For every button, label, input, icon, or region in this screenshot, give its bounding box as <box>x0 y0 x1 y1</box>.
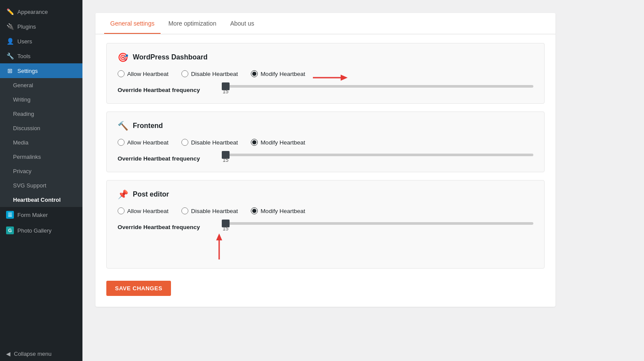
settings-panel: General settings More optimization About… <box>95 13 555 307</box>
radio-modify-dashboard[interactable]: Modify Heartbeat <box>251 70 305 77</box>
submenu-discussion[interactable]: Discussion <box>0 121 82 135</box>
radio-allow-dashboard[interactable]: Allow Heartbeat <box>118 70 168 77</box>
section-frontend: 🔨 Frontend Allow Heartbeat Disable Heart… <box>106 112 545 172</box>
tab-about-us[interactable]: About us <box>224 13 260 34</box>
radio-input-disable-dashboard[interactable] <box>181 70 188 77</box>
panel-body: 🎯 WordPress Dashboard Allow Heartbeat Di… <box>95 34 555 307</box>
photo-gallery-icon: G <box>6 226 14 234</box>
freq-row-dashboard: Override Heartbeat frequency 15 <box>118 85 533 95</box>
main-content: General settings More optimization About… <box>82 0 644 361</box>
sidebar: ✏️ Appearance 🔌 Plugins 👤 Users 🔧 Tools … <box>0 0 82 361</box>
tab-general-settings[interactable]: General settings <box>104 13 161 34</box>
dashboard-icon: 🎯 <box>118 52 128 62</box>
sidebar-item-users[interactable]: 👤 Users <box>0 34 82 49</box>
appearance-icon: ✏️ <box>6 8 14 15</box>
form-maker-icon: ☰ <box>6 211 14 219</box>
freq-slider-dashboard[interactable] <box>222 85 533 88</box>
sidebar-item-tools[interactable]: 🔧 Tools <box>0 49 82 63</box>
svg-marker-1 <box>341 75 348 81</box>
arrow-up-annotation-post-editor <box>118 233 533 259</box>
section-title-dashboard: 🎯 WordPress Dashboard <box>118 52 533 62</box>
radio-input-disable-frontend[interactable] <box>181 139 188 146</box>
radio-allow-frontend[interactable]: Allow Heartbeat <box>118 139 168 146</box>
radio-input-allow-frontend[interactable] <box>118 139 125 146</box>
save-changes-button[interactable]: SAVE CHANGES <box>106 281 171 296</box>
radio-input-allow-dashboard[interactable] <box>118 70 125 77</box>
submenu-writing[interactable]: Writing <box>0 92 82 107</box>
submenu-heartbeat-control[interactable]: Heartbeat Control <box>0 193 82 207</box>
section-wordpress-dashboard: 🎯 WordPress Dashboard Allow Heartbeat Di… <box>106 43 545 104</box>
submenu-svg-support[interactable]: SVG Support <box>0 178 82 193</box>
radio-group-frontend: Allow Heartbeat Disable Heartbeat Modify… <box>118 139 533 146</box>
freq-slider-wrap-post-editor: 15 <box>222 222 533 232</box>
radio-input-modify-post-editor[interactable] <box>251 207 258 214</box>
radio-modify-frontend[interactable]: Modify Heartbeat <box>251 139 305 146</box>
freq-slider-frontend[interactable] <box>222 154 533 156</box>
sidebar-item-plugins[interactable]: 🔌 Plugins <box>0 19 82 34</box>
radio-input-disable-post-editor[interactable] <box>181 207 188 214</box>
plugins-icon: 🔌 <box>6 23 14 30</box>
sidebar-photo-gallery[interactable]: G Photo Gallery <box>0 223 82 238</box>
tools-icon: 🔧 <box>6 53 14 59</box>
tabs-container: General settings More optimization About… <box>95 13 555 34</box>
submenu-privacy[interactable]: Privacy <box>0 164 82 178</box>
radio-disable-dashboard[interactable]: Disable Heartbeat <box>181 70 238 77</box>
settings-icon: ⊞ <box>6 67 14 74</box>
submenu-permalinks[interactable]: Permalinks <box>0 150 82 164</box>
section-title-post-editor: 📌 Post editor <box>118 189 533 200</box>
settings-submenu: General Writing Reading Discussion Media… <box>0 78 82 207</box>
radio-group-dashboard: Allow Heartbeat Disable Heartbeat Modify… <box>118 70 305 77</box>
radio-input-modify-dashboard[interactable] <box>251 70 258 77</box>
collapse-icon: ◀ <box>6 351 10 357</box>
frontend-icon: 🔨 <box>118 121 128 131</box>
red-arrow-right-icon <box>313 72 348 83</box>
sidebar-item-appearance[interactable]: ✏️ Appearance <box>0 4 82 19</box>
users-icon: 👤 <box>6 38 14 45</box>
radio-allow-post-editor[interactable]: Allow Heartbeat <box>118 207 168 214</box>
submenu-general[interactable]: General <box>0 78 82 92</box>
arrow-right-annotation-dashboard <box>313 72 348 83</box>
radio-group-post-editor: Allow Heartbeat Disable Heartbeat Modify… <box>118 207 533 214</box>
freq-row-frontend: Override Heartbeat frequency 15 <box>118 154 533 163</box>
submenu-media[interactable]: Media <box>0 135 82 150</box>
freq-row-post-editor: Override Heartbeat frequency 15 <box>118 222 533 232</box>
section-post-editor: 📌 Post editor Allow Heartbeat Disable He… <box>106 180 545 269</box>
radio-disable-frontend[interactable]: Disable Heartbeat <box>181 139 238 146</box>
radio-modify-post-editor[interactable]: Modify Heartbeat <box>251 207 305 214</box>
svg-marker-3 <box>216 233 222 240</box>
section-title-frontend: 🔨 Frontend <box>118 121 533 131</box>
freq-slider-wrap-dashboard: 15 <box>222 85 533 95</box>
freq-slider-wrap-frontend: 15 <box>222 154 533 163</box>
freq-slider-post-editor[interactable] <box>222 222 533 225</box>
submenu-reading[interactable]: Reading <box>0 107 82 121</box>
post-editor-icon: 📌 <box>118 189 128 200</box>
collapse-menu[interactable]: ◀ Collapse menu <box>0 347 82 361</box>
tab-more-optimization[interactable]: More optimization <box>162 13 223 34</box>
radio-input-allow-post-editor[interactable] <box>118 207 125 214</box>
radio-input-modify-frontend[interactable] <box>251 139 258 146</box>
red-arrow-up-icon <box>214 233 224 259</box>
radio-disable-post-editor[interactable]: Disable Heartbeat <box>181 207 238 214</box>
sidebar-item-settings[interactable]: ⊞ Settings <box>0 63 82 78</box>
sidebar-form-maker[interactable]: ☰ Form Maker <box>0 207 82 223</box>
